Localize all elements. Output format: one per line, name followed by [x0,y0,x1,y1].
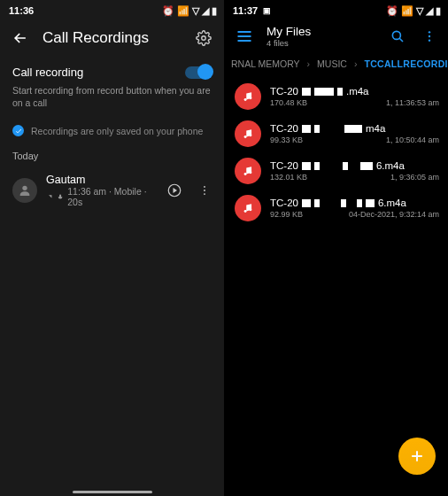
crumb-current: TCCALLRECORDINGS [364,58,448,69]
file-meta: TC-20 6.m4a 132.01 KB 1, 9:36:05 am [270,160,439,182]
file-meta: TC-20 m4a 99.33 KB 1, 10:50:44 am [270,123,439,144]
nav-pill[interactable] [73,491,152,493]
recording-meta: Gautam 11:36 am · Mobile · 20s [46,174,155,207]
call-recording-toggle-row: Call recording [0,57,224,82]
svg-point-14 [249,134,251,136]
redacted [314,199,320,207]
note-text: Recordings are only saved on your phone [31,126,203,136]
redacted [343,162,348,170]
header: Call Recordings [0,19,224,57]
redacted [360,162,373,170]
mic-icon [57,193,64,201]
file-sub: 99.33 KB 1, 10:50:44 am [270,136,439,144]
redacted [314,88,334,96]
svg-point-17 [244,210,247,213]
svg-point-16 [249,171,251,174]
svg-point-15 [244,173,247,175]
svg-point-18 [249,208,251,211]
svg-point-10 [429,39,430,41]
redacted [337,88,343,96]
app-title: My Files [266,25,375,38]
svg-point-11 [244,98,247,101]
toggle-label: Call recording [12,66,83,79]
wifi-icon: ▽ [192,5,199,17]
svg-point-4 [204,186,205,188]
file-row[interactable]: TC-20 .m4a 170.48 KB 1, 11:36:53 am [224,78,448,115]
settings-button[interactable] [194,28,213,48]
redacted [344,125,362,133]
redacted [341,199,346,207]
file-meta: TC-20 .m4a 170.48 KB 1, 11:36:53 am [270,86,439,107]
file-meta: TC-20 6.m4a 92.99 KB 04-Dec-2021, 9:32:1… [270,198,439,219]
file-sub: 170.48 KB 1, 11:36:53 am [270,98,439,107]
play-button[interactable] [164,180,185,201]
svg-point-6 [204,193,205,195]
recording-details: 11:36 am · Mobile · 20s [46,186,155,207]
audio-file-icon [235,158,261,184]
fab-add[interactable] [398,438,436,475]
alarm-icon: ⏰ [162,5,174,17]
svg-point-12 [249,97,251,99]
spacer [0,213,224,485]
network-icon: ◢ [426,5,433,17]
status-icons: ⏰ 📶 ▽ ◢ ▮ [386,5,441,17]
file-name: TC-20 6.m4a [270,198,439,208]
storage-note: Recordings are only saved on your phone [0,120,224,149]
redacted [302,162,311,170]
file-sub: 92.99 KB 04-Dec-2021, 9:32:14 am [270,210,439,219]
avatar [12,178,37,203]
outgoing-icon [46,193,53,201]
redacted [314,162,320,170]
chevron-right-icon: › [354,58,358,69]
app-indicator-icon: ▣ [263,6,271,15]
file-sub: 132.01 KB 1, 9:36:05 am [270,173,439,182]
file-row[interactable]: TC-20 6.m4a 132.01 KB 1, 9:36:05 am [224,152,448,190]
status-time: 11:36 [9,5,34,16]
shield-icon [12,125,24,136]
phone-right: 11:37 ▣ ⏰ 📶 ▽ ◢ ▮ My Files 4 files RNAL … [224,0,448,496]
nav-bar [0,485,224,496]
overflow-button[interactable] [420,27,439,46]
breadcrumb[interactable]: RNAL MEMORY › MUSIC › TCCALLRECORDINGS [224,51,448,78]
signal-icon: 📶 [177,5,189,17]
recording-row[interactable]: Gautam 11:36 am · Mobile · 20s [0,168,224,213]
svg-point-9 [429,35,430,37]
more-button[interactable] [194,180,215,201]
svg-point-7 [392,31,400,39]
svg-point-1 [22,186,27,190]
header: My Files 4 files [224,19,448,51]
crumb-internal[interactable]: RNAL MEMORY [231,58,300,69]
file-row[interactable]: TC-20 6.m4a 92.99 KB 04-Dec-2021, 9:32:1… [224,190,448,227]
status-bar: 11:37 ▣ ⏰ 📶 ▽ ◢ ▮ [224,0,448,19]
crumb-music[interactable]: MUSIC [317,58,347,69]
battery-icon: ▮ [436,5,441,17]
contact-name: Gautam [46,174,155,186]
alarm-icon: ⏰ [386,5,398,17]
network-icon: ◢ [202,5,209,17]
status-bar: 11:36 ⏰ 📶 ▽ ◢ ▮ [0,0,224,19]
phone-left: 11:36 ⏰ 📶 ▽ ◢ ▮ Call Recordings Call rec… [0,0,224,496]
signal-icon: 📶 [401,5,413,17]
back-button[interactable] [11,28,30,48]
audio-file-icon [235,195,261,221]
chevron-right-icon: › [307,58,311,69]
audio-file-icon [235,83,261,110]
file-row[interactable]: TC-20 m4a 99.33 KB 1, 10:50:44 am [224,115,448,152]
call-recording-toggle[interactable] [185,66,212,79]
svg-point-5 [204,190,205,191]
svg-point-0 [202,36,206,41]
search-button[interactable] [388,27,407,46]
wifi-icon: ▽ [416,5,423,17]
file-count: 4 files [266,38,375,48]
status-icons: ⏰ 📶 ▽ ◢ ▮ [162,5,217,17]
file-name: TC-20 .m4a [270,86,439,97]
page-title: Call Recordings [42,29,182,47]
menu-button[interactable] [235,27,254,46]
toggle-hint: Start recording from record button when … [0,82,224,120]
section-today: Today [0,149,224,168]
svg-point-8 [429,31,430,33]
battery-icon: ▮ [212,5,217,17]
file-name: TC-20 6.m4a [270,160,439,171]
redacted [302,125,311,133]
redacted [314,125,320,133]
